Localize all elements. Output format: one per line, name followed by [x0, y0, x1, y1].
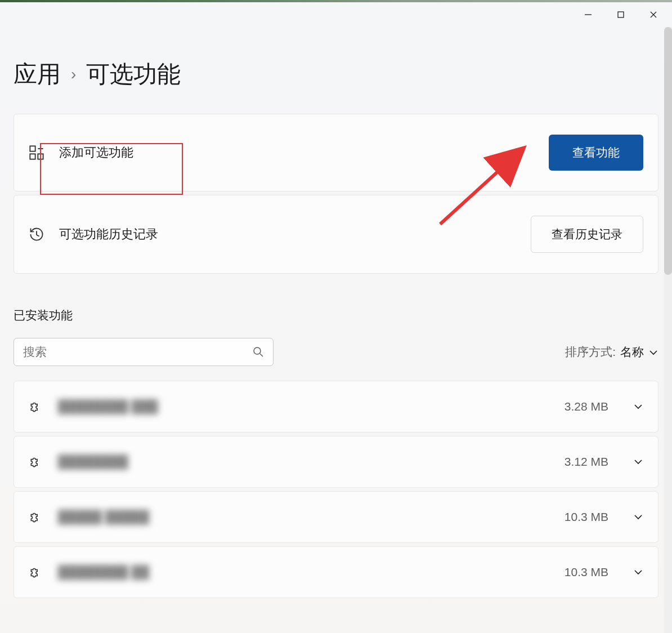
breadcrumb: 应用 › 可选功能: [14, 59, 658, 90]
feature-item[interactable]: █████ █████ 10.3 MB: [14, 491, 658, 543]
feature-name: ████████: [58, 454, 550, 469]
feature-name: ████████ ███: [58, 399, 550, 414]
view-features-button[interactable]: 查看功能: [549, 135, 643, 171]
chevron-down-icon: [633, 402, 643, 412]
add-feature-label: 添加可选功能: [59, 144, 534, 161]
minimize-button[interactable]: [572, 2, 604, 27]
feature-size: 3.12 MB: [565, 455, 608, 469]
chevron-down-icon: [633, 567, 643, 577]
titlebar: [0, 2, 672, 27]
maximize-button[interactable]: [604, 2, 637, 27]
svg-rect-4: [30, 146, 35, 151]
svg-rect-1: [618, 12, 624, 17]
highlight-box: [40, 143, 183, 195]
sort-dropdown[interactable]: 排序方式: 名称: [565, 344, 658, 360]
feature-name: █████ █████: [58, 510, 550, 524]
svg-line-12: [260, 354, 263, 356]
feature-name: ████████ ██: [58, 565, 550, 579]
feature-size: 10.3 MB: [565, 565, 608, 579]
chevron-down-icon: [633, 512, 643, 522]
grid-add-icon: [29, 145, 44, 161]
search-box[interactable]: [14, 338, 274, 366]
installed-features-title: 已安装功能: [14, 307, 658, 323]
feature-list: ████████ ███ 3.28 MB ████████ 3.12 MB ██…: [14, 381, 658, 598]
svg-line-10: [37, 235, 39, 236]
chevron-right-icon: ›: [71, 65, 76, 83]
puzzle-icon: [29, 399, 43, 414]
history-card: 可选功能历史记录 查看历史记录: [14, 195, 658, 274]
search-icon: [253, 346, 264, 358]
svg-rect-6: [38, 154, 43, 159]
puzzle-icon: [29, 454, 43, 469]
svg-rect-5: [30, 154, 35, 159]
scrollbar-thumb[interactable]: [664, 27, 672, 275]
puzzle-icon: [29, 565, 43, 579]
history-label: 可选功能历史记录: [59, 226, 516, 243]
chevron-down-icon: [633, 457, 643, 467]
chevron-down-icon: [648, 347, 658, 357]
add-feature-card: 添加可选功能 查看功能: [14, 114, 658, 191]
search-sort-row: 排序方式: 名称: [14, 338, 658, 366]
close-button[interactable]: [637, 2, 670, 27]
history-icon: [29, 226, 44, 242]
feature-size: 10.3 MB: [565, 510, 608, 524]
breadcrumb-part-optional-features: 可选功能: [86, 59, 181, 90]
puzzle-icon: [29, 510, 43, 524]
sort-value: 名称: [620, 344, 644, 360]
feature-size: 3.28 MB: [565, 400, 608, 413]
feature-item[interactable]: ████████ ██ 10.3 MB: [14, 546, 658, 598]
search-input[interactable]: [23, 345, 253, 359]
feature-item[interactable]: ████████ ███ 3.28 MB: [14, 381, 658, 433]
feature-item[interactable]: ████████ 3.12 MB: [14, 436, 658, 488]
svg-point-11: [254, 347, 261, 354]
sort-label: 排序方式:: [565, 344, 616, 360]
breadcrumb-part-apps[interactable]: 应用: [14, 59, 61, 90]
view-history-button[interactable]: 查看历史记录: [531, 216, 643, 253]
